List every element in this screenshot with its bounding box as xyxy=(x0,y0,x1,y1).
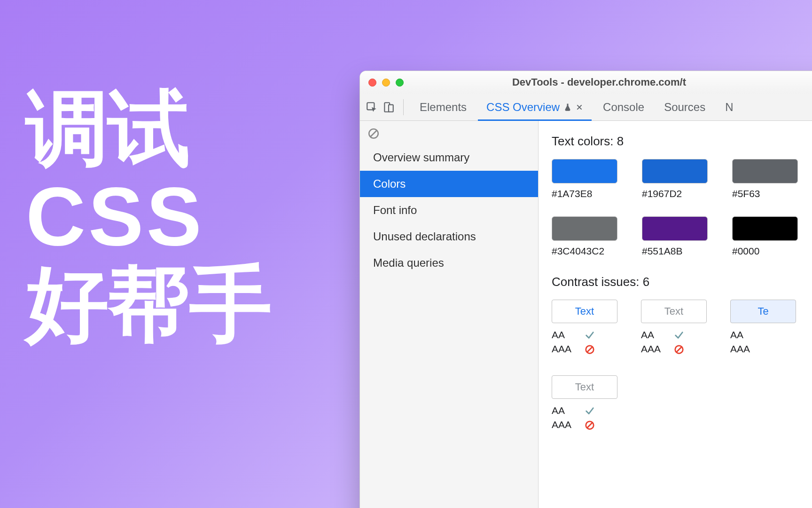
css-overview-main: Text colors: 8 #1A73E8#1967D2#5F63#3C404… xyxy=(539,121,812,508)
hero-line-2: CSS xyxy=(26,173,271,261)
tabstrip-separator xyxy=(403,99,404,115)
contrast-ratings: AAAAA xyxy=(552,328,617,357)
clear-overview-icon[interactable] xyxy=(360,125,538,144)
tab-console[interactable]: Console xyxy=(594,94,653,121)
text-colors-heading: Text colors: 8 xyxy=(552,134,812,149)
color-chip xyxy=(642,159,708,183)
tab-label: CSS Overview xyxy=(486,101,560,114)
contrast-aaa-label: AAA xyxy=(641,342,665,356)
tab-label: N xyxy=(725,101,733,114)
inspect-element-icon[interactable] xyxy=(365,100,379,114)
prohibited-icon xyxy=(674,344,684,355)
hero-text: 调试 CSS 好帮手 xyxy=(26,85,271,348)
color-hex-label: #1A73E8 xyxy=(552,188,617,199)
window-close-button[interactable] xyxy=(368,79,376,87)
stage: 调试 CSS 好帮手 DevTools - developer.chrome.c… xyxy=(0,0,812,508)
sidebar-item-label: Unused declarations xyxy=(373,230,476,243)
contrast-aa-label: AA xyxy=(552,404,576,418)
devtools-tabstrip: Elements CSS Overview Console Sources N xyxy=(360,94,812,121)
tab-elements[interactable]: Elements xyxy=(411,94,475,121)
color-chip xyxy=(552,216,617,241)
sidebar-item-overview-summary[interactable]: Overview summary xyxy=(360,144,538,171)
sidebar-item-label: Overview summary xyxy=(373,151,469,164)
contrast-sample-box: Text xyxy=(552,375,617,399)
css-overview-sidebar: Overview summary Colors Font info Unused… xyxy=(360,121,539,508)
color-chip xyxy=(732,159,798,183)
sidebar-item-colors[interactable]: Colors xyxy=(360,171,538,197)
contrast-ratings: AAAAA xyxy=(552,404,617,432)
contrast-ratings: AAAAA xyxy=(730,328,796,357)
contrast-aa-label: AA xyxy=(641,328,665,342)
tab-label: Sources xyxy=(664,101,705,114)
blank-icon xyxy=(763,344,773,355)
check-icon xyxy=(674,330,684,340)
color-hex-label: #5F63 xyxy=(732,188,798,199)
devtools-content: Overview summary Colors Font info Unused… xyxy=(360,121,812,508)
contrast-aaa-label: AAA xyxy=(730,342,755,356)
color-hex-label: #1967D2 xyxy=(642,188,708,199)
contrast-aa-label: AA xyxy=(552,328,576,342)
color-chip xyxy=(642,216,708,241)
window-zoom-button[interactable] xyxy=(396,79,404,87)
prohibited-icon xyxy=(585,420,595,430)
color-swatch[interactable]: #1967D2 xyxy=(642,159,708,199)
color-hex-label: #3C4043C2 xyxy=(552,246,617,257)
contrast-item[interactable]: TextAAAAA xyxy=(641,300,707,357)
tab-css-overview[interactable]: CSS Overview xyxy=(478,94,592,121)
contrast-sample-box: Text xyxy=(641,300,707,323)
close-tab-icon[interactable] xyxy=(576,103,583,111)
color-swatch[interactable]: #5F63 xyxy=(732,159,798,199)
prohibited-icon xyxy=(585,344,595,355)
contrast-item[interactable]: TextAAAAA xyxy=(552,300,617,357)
hero-line-1: 调试 xyxy=(26,85,271,173)
blank-icon xyxy=(763,330,773,340)
contrast-aaa-label: AAA xyxy=(552,342,576,356)
contrast-sample-box: Text xyxy=(552,300,617,323)
sidebar-item-label: Colors xyxy=(373,177,406,190)
check-icon xyxy=(585,330,595,340)
check-icon xyxy=(585,405,595,416)
contrast-item[interactable]: TextAAAAA xyxy=(552,375,617,432)
color-chip xyxy=(552,159,617,183)
contrast-grid: TextAAAAATextAAAAATeAAAAATextAAAAA xyxy=(552,300,812,432)
color-hex-label: #551A8B xyxy=(642,246,708,257)
sidebar-item-unused-declarations[interactable]: Unused declarations xyxy=(360,223,538,250)
contrast-sample-box: Te xyxy=(730,300,796,323)
flask-icon xyxy=(563,103,572,112)
contrast-aaa-label: AAA xyxy=(552,418,576,432)
sidebar-item-label: Media queries xyxy=(373,256,444,269)
traffic-lights xyxy=(368,79,404,87)
sidebar-item-label: Font info xyxy=(373,204,417,216)
window-title: DevTools - developer.chrome.com/t xyxy=(360,76,812,88)
color-swatch[interactable]: #1A73E8 xyxy=(552,159,617,199)
tab-sources[interactable]: Sources xyxy=(656,94,714,121)
sidebar-item-media-queries[interactable]: Media queries xyxy=(360,250,538,276)
tab-label: Console xyxy=(603,101,644,114)
contrast-item[interactable]: TeAAAAA xyxy=(730,300,796,357)
contrast-issues-heading: Contrast issues: 6 xyxy=(552,275,812,289)
tab-more[interactable]: N xyxy=(717,94,742,121)
window-titlebar[interactable]: DevTools - developer.chrome.com/t xyxy=(360,71,812,94)
contrast-ratings: AAAAA xyxy=(641,328,707,357)
svg-rect-2 xyxy=(389,104,393,111)
device-toolbar-icon[interactable] xyxy=(382,100,396,114)
hero-line-3: 好帮手 xyxy=(26,260,271,348)
color-swatch[interactable]: #0000 xyxy=(732,216,798,257)
tab-label: Elements xyxy=(420,101,467,114)
devtools-window: DevTools - developer.chrome.com/t Elemen… xyxy=(359,71,812,508)
window-minimize-button[interactable] xyxy=(382,79,390,87)
sidebar-item-font-info[interactable]: Font info xyxy=(360,197,538,223)
color-swatch[interactable]: #3C4043C2 xyxy=(552,216,617,257)
color-chip xyxy=(732,216,798,241)
color-swatch[interactable]: #551A8B xyxy=(642,216,708,257)
text-colors-grid: #1A73E8#1967D2#5F63#3C4043C2#551A8B#0000 xyxy=(552,159,812,257)
contrast-aa-label: AA xyxy=(730,328,755,342)
color-hex-label: #0000 xyxy=(732,246,798,257)
